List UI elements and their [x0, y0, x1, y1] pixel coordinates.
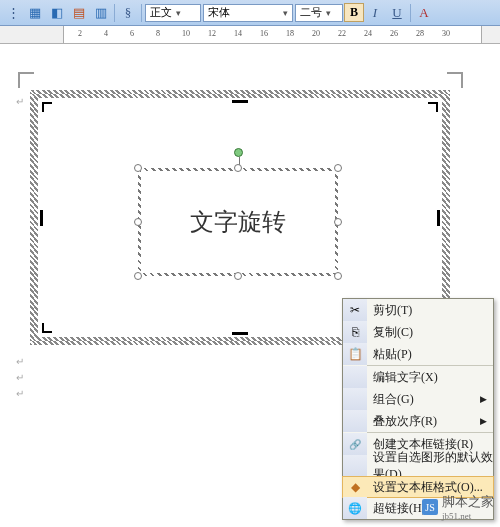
ruler-tick: 28	[416, 29, 424, 38]
tool-icon-2[interactable]: ◧	[47, 3, 67, 23]
ruler-tick: 2	[78, 29, 82, 38]
menu-label: 编辑文字(X)	[367, 369, 493, 386]
paste-icon: 📋	[348, 347, 363, 362]
menu-cut[interactable]: ✂剪切(T)	[343, 299, 493, 321]
margin-corner-tl	[18, 72, 34, 88]
font-label: 宋体	[208, 5, 230, 20]
bold-button[interactable]: B	[344, 3, 364, 22]
resize-handle[interactable]	[334, 272, 342, 280]
rotate-handle[interactable]	[234, 148, 243, 157]
resize-handle[interactable]	[234, 272, 242, 280]
paragraph-mark-icon: ↵	[16, 388, 24, 399]
resize-handle[interactable]	[334, 164, 342, 172]
size-label: 二号	[300, 5, 322, 20]
ruler-tick: 4	[104, 29, 108, 38]
menu-label: 组合(G)	[367, 391, 493, 408]
font-color-button[interactable]: A	[414, 3, 434, 23]
menu-label: 粘贴(P)	[367, 346, 493, 363]
tool-icon-1[interactable]: ▦	[25, 3, 45, 23]
resize-handle[interactable]	[334, 218, 342, 226]
crop-corner-icon	[428, 102, 438, 112]
menu-group[interactable]: 组合(G)▶	[343, 388, 493, 410]
crop-handle[interactable]	[40, 210, 43, 226]
link-icon: 🔗	[349, 439, 361, 450]
italic-button[interactable]: I	[365, 3, 385, 23]
watermark: JS 脚本之家 jb51.net	[422, 493, 494, 521]
format-icon: ◆	[351, 480, 360, 495]
separator	[410, 4, 411, 22]
underline-button[interactable]: U	[387, 3, 407, 23]
text-box[interactable]: 文字旋转	[138, 168, 338, 276]
separator	[114, 4, 115, 22]
paragraph-mark-icon: ↵	[16, 372, 24, 383]
ruler-tick: 6	[130, 29, 134, 38]
ruler-tick: 26	[390, 29, 398, 38]
paragraph-mark-icon: ↵	[16, 96, 24, 107]
style-selector[interactable]: 正文▾	[145, 4, 201, 22]
crop-corner-icon	[42, 102, 52, 112]
context-menu: ✂剪切(T) ⎘复制(C) 📋粘贴(P) 编辑文字(X) 组合(G)▶ 叠放次序…	[342, 298, 494, 520]
ruler-tick: 18	[286, 29, 294, 38]
margin-corner-tr	[447, 72, 463, 88]
ruler-tick: 12	[208, 29, 216, 38]
globe-icon: 🌐	[348, 502, 362, 515]
tool-icon-4[interactable]: ▥	[91, 3, 111, 23]
horizontal-ruler[interactable]: 2 4 6 8 10 12 14 16 18 20 22 24 26 28 30	[0, 26, 500, 44]
ruler-tick: 8	[156, 29, 160, 38]
paragraph-mark-icon: ↵	[16, 356, 24, 367]
formatting-toolbar: ⋮ ▦ ◧ ▤ ▥ § 正文▾ 宋体▾ 二号▾ B I U A	[0, 0, 500, 26]
resize-handle[interactable]	[234, 164, 242, 172]
submenu-arrow-icon: ▶	[480, 394, 487, 404]
font-selector[interactable]: 宋体▾	[203, 4, 293, 22]
scissors-icon: ✂	[350, 303, 360, 318]
menu-edit-text[interactable]: 编辑文字(X)	[343, 366, 493, 388]
ruler-tick: 10	[182, 29, 190, 38]
watermark-text: 脚本之家	[442, 493, 494, 511]
ruler-tick: 14	[234, 29, 242, 38]
ruler-tick: 24	[364, 29, 372, 38]
ruler-tick: 30	[442, 29, 450, 38]
menu-label: 叠放次序(R)	[367, 413, 493, 430]
crop-handle[interactable]	[437, 210, 440, 226]
menu-order[interactable]: 叠放次序(R)▶	[343, 410, 493, 432]
separator	[141, 4, 142, 22]
resize-handle[interactable]	[134, 164, 142, 172]
text-box-content: 文字旋转	[190, 206, 286, 238]
crop-handle[interactable]	[232, 100, 248, 103]
style-label: 正文	[150, 5, 172, 20]
size-selector[interactable]: 二号▾	[295, 4, 343, 22]
toolbar-handle-icon[interactable]: ⋮	[3, 3, 23, 23]
resize-handle[interactable]	[134, 272, 142, 280]
menu-label: 剪切(T)	[367, 302, 493, 319]
tool-icon-3[interactable]: ▤	[69, 3, 89, 23]
ruler-tick: 20	[312, 29, 320, 38]
copy-icon: ⎘	[352, 325, 359, 340]
tool-icon-5[interactable]: §	[118, 3, 138, 23]
ruler-tick: 16	[260, 29, 268, 38]
resize-handle[interactable]	[134, 218, 142, 226]
crop-corner-icon	[42, 323, 52, 333]
menu-copy[interactable]: ⎘复制(C)	[343, 321, 493, 343]
menu-label: 复制(C)	[367, 324, 493, 341]
ruler-tick: 22	[338, 29, 346, 38]
watermark-url: jb51.net	[442, 511, 494, 521]
menu-autoshape-default[interactable]: 设置自选图形的默认效果(D)	[343, 455, 493, 477]
submenu-arrow-icon: ▶	[480, 416, 487, 426]
watermark-logo-icon: JS	[422, 499, 438, 515]
menu-paste[interactable]: 📋粘贴(P)	[343, 343, 493, 365]
crop-handle[interactable]	[232, 332, 248, 335]
